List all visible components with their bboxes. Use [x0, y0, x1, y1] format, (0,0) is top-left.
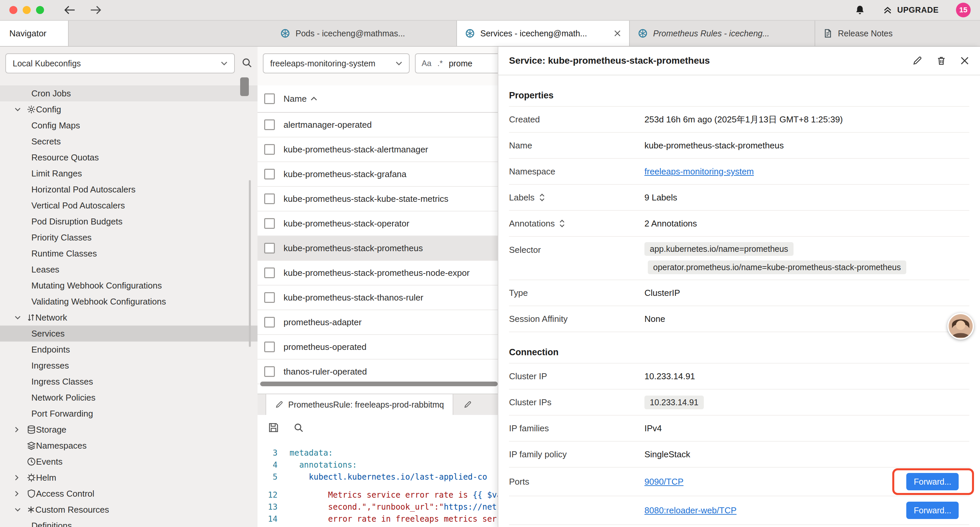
- match-case-toggle[interactable]: Aa: [422, 59, 431, 68]
- table-row-kube-prometheus-stack-operator[interactable]: kube-prometheus-stack-operator: [258, 212, 538, 236]
- row-checkbox[interactable]: [264, 243, 275, 253]
- namespace-link[interactable]: freeleaps-monitoring-system: [644, 166, 754, 177]
- sidebar-item-helm[interactable]: Helm: [0, 470, 258, 486]
- sidebar-item-priority-classes[interactable]: Priority Classes: [0, 229, 258, 245]
- selector-chip: operator.prometheus.io/name=kube-prometh…: [648, 261, 906, 274]
- close-tab-icon[interactable]: [614, 30, 621, 37]
- table-row-kube-prometheus-stack-grafana[interactable]: kube-prometheus-stack-grafana: [258, 162, 538, 187]
- sidebar-item-vertical-pod-autoscalers[interactable]: Vertical Pod Autoscalers: [0, 197, 258, 213]
- row-checkbox[interactable]: [264, 366, 275, 377]
- bell-icon[interactable]: [854, 5, 865, 15]
- scrollbar-thumb[interactable]: [240, 77, 249, 96]
- sidebar-item-events[interactable]: Events: [0, 454, 258, 470]
- row-checkbox[interactable]: [264, 144, 275, 155]
- navigator-tab[interactable]: Navigator: [0, 21, 69, 46]
- sidebar-item-config-maps[interactable]: Config Maps: [0, 118, 258, 134]
- back-icon[interactable]: [64, 6, 75, 14]
- row-checkbox[interactable]: [264, 169, 275, 180]
- sidebar-item-horizontal-pod-autoscalers[interactable]: Horizontal Pod Autoscalers: [0, 182, 258, 197]
- sidebar-item-limit-ranges[interactable]: Limit Ranges: [0, 166, 258, 182]
- sidebar-item-config[interactable]: Config: [0, 101, 258, 118]
- table-row-alertmanager-operated[interactable]: alertmanager-operated: [258, 113, 538, 137]
- edit-icon[interactable]: [912, 56, 923, 66]
- service-name: kube-prometheus-stack-prometheus-node-ex…: [283, 268, 470, 278]
- chevron-down-icon[interactable]: [15, 107, 21, 111]
- table-row-kube-prometheus-stack-kube-state-metrics[interactable]: kube-prometheus-stack-kube-state-metrics: [258, 187, 538, 212]
- select-all-checkbox[interactable]: [264, 93, 275, 104]
- tab-services-icecheng-math[interactable]: Services - icecheng@math...: [457, 21, 630, 46]
- sidebar-item-ingresses[interactable]: Ingresses: [0, 358, 258, 374]
- chevron-down-icon[interactable]: [15, 315, 21, 320]
- row-checkbox[interactable]: [264, 292, 275, 303]
- table-row-kube-prometheus-stack-prometheus[interactable]: kube-prometheus-stack-prometheus: [258, 236, 538, 261]
- port-link-9090-tcp[interactable]: 9090/TCP: [644, 477, 684, 487]
- table-row-kube-prometheus-stack-alertmanager[interactable]: kube-prometheus-stack-alertmanager: [258, 137, 538, 162]
- forward-button[interactable]: Forward...: [906, 473, 959, 490]
- name-column-header[interactable]: Name: [283, 94, 317, 104]
- row-checkbox[interactable]: [264, 267, 275, 278]
- sidebar-item-ingress-classes[interactable]: Ingress Classes: [0, 374, 258, 390]
- sidebar-item-network[interactable]: Network: [0, 309, 258, 326]
- expander-icon[interactable]: [559, 219, 565, 228]
- namespace-selector[interactable]: freeleaps-monitoring-system: [263, 53, 410, 73]
- sidebar-item-storage[interactable]: Storage: [0, 422, 258, 438]
- row-checkbox[interactable]: [264, 218, 275, 229]
- yaml-editor[interactable]: 3metadata:4 annotations:5 kubectl.kubern…: [258, 440, 538, 527]
- sidebar-item-validating-webhook-configurations[interactable]: Validating Webhook Configurations: [0, 293, 258, 309]
- tab-pods-icecheng-mathmas[interactable]: Pods - icecheng@mathmas...: [272, 21, 457, 46]
- maximize-window-button[interactable]: [36, 6, 44, 14]
- sidebar-item-leases[interactable]: Leases: [0, 261, 258, 277]
- sidebar-item-secrets[interactable]: Secrets: [0, 134, 258, 150]
- sidebar-item-runtime-classes[interactable]: Runtime Classes: [0, 245, 258, 261]
- close-icon[interactable]: [960, 56, 969, 65]
- search-icon[interactable]: [294, 423, 304, 433]
- row-checkbox[interactable]: [264, 317, 275, 328]
- sidebar-item-port-forwarding[interactable]: Port Forwarding: [0, 406, 258, 422]
- line-number: 5: [258, 471, 287, 483]
- chevron-right-icon[interactable]: [15, 474, 21, 481]
- forward-icon[interactable]: [90, 6, 102, 14]
- search-icon[interactable]: [242, 57, 252, 68]
- delete-icon[interactable]: [936, 56, 947, 66]
- tab-prometheus-rules-icecheng[interactable]: Prometheus Rules - icecheng...: [630, 21, 815, 46]
- chevron-right-icon[interactable]: [15, 427, 21, 433]
- row-checkbox[interactable]: [264, 342, 275, 352]
- upgrade-button[interactable]: UPGRADE: [883, 5, 939, 15]
- sidebar-item-definitions[interactable]: Definitions: [0, 517, 258, 527]
- forward-button[interactable]: Forward...: [906, 502, 959, 519]
- table-row-kube-prometheus-stack-thanos-ruler[interactable]: kube-prometheus-stack-thanos-ruler: [258, 285, 538, 310]
- table-row-kube-prometheus-stack-prometheus-node-expor[interactable]: kube-prometheus-stack-prometheus-node-ex…: [258, 261, 538, 285]
- kubernetes-icon: [280, 29, 290, 38]
- horizontal-scrollbar-thumb[interactable]: [260, 382, 498, 386]
- table-row-prometheus-operated[interactable]: prometheus-operated: [258, 335, 538, 360]
- sidebar-item-resource-quotas[interactable]: Resource Quotas: [0, 150, 258, 166]
- sidebar-item-endpoints[interactable]: Endpoints: [0, 342, 258, 358]
- sidebar-item-mutating-webhook-configurations[interactable]: Mutating Webhook Configurations: [0, 277, 258, 293]
- sidebar-item-access-control[interactable]: Access Control: [0, 486, 258, 502]
- editor-tab-active[interactable]: PrometheusRule: freeleaps-prod-rabbitmq: [266, 394, 453, 415]
- expander-icon[interactable]: [539, 193, 546, 202]
- row-checkbox[interactable]: [264, 119, 275, 130]
- row-checkbox[interactable]: [264, 193, 275, 204]
- scrollbar-track[interactable]: [249, 180, 251, 347]
- sidebar-item-services[interactable]: Services: [0, 326, 258, 342]
- editor-tab-partial[interactable]: [455, 394, 480, 415]
- sidebar-item-cron-jobs[interactable]: Cron Jobs: [0, 85, 258, 101]
- presence-avatar[interactable]: [947, 313, 974, 339]
- kubeconfig-selector[interactable]: Local Kubeconfigs: [5, 53, 235, 73]
- chevron-down-icon[interactable]: [15, 508, 21, 512]
- notification-badge[interactable]: 15: [956, 3, 970, 18]
- sidebar-item-namespaces[interactable]: Namespaces: [0, 438, 258, 454]
- table-row-prometheus-adapter[interactable]: prometheus-adapter: [258, 310, 538, 335]
- regex-toggle[interactable]: .*: [437, 59, 442, 68]
- tab-release-notes[interactable]: Release Notes: [815, 21, 980, 46]
- port-link-8080-reloader-web-tcp[interactable]: 8080:reloader-web/TCP: [644, 505, 737, 516]
- sidebar-item-custom-resources[interactable]: Custom Resources: [0, 502, 258, 517]
- chevron-right-icon[interactable]: [15, 490, 21, 497]
- minimize-window-button[interactable]: [23, 6, 31, 14]
- close-window-button[interactable]: [10, 6, 18, 14]
- table-row-thanos-ruler-operated[interactable]: thanos-ruler-operated: [258, 360, 538, 384]
- save-icon[interactable]: [268, 422, 279, 433]
- sidebar-item-network-policies[interactable]: Network Policies: [0, 390, 258, 406]
- sidebar-item-pod-disruption-budgets[interactable]: Pod Disruption Budgets: [0, 213, 258, 229]
